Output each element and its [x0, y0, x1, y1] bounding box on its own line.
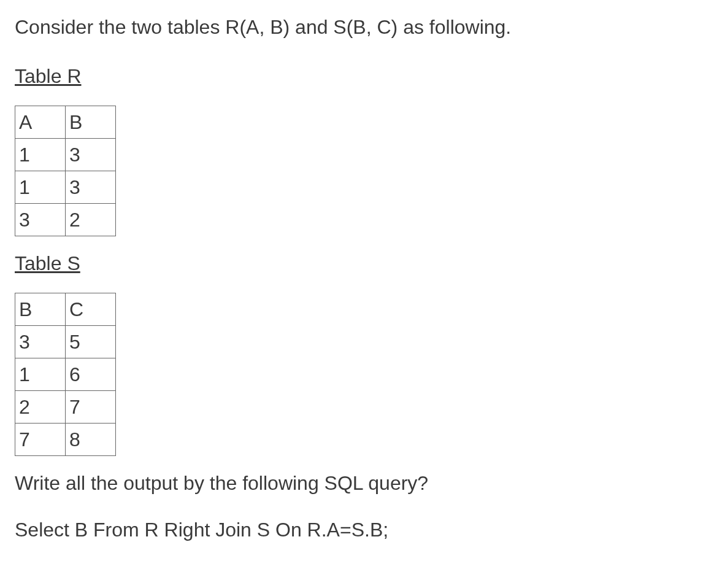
table-row: 7 8 — [15, 424, 116, 456]
table-cell: 3 — [15, 326, 66, 358]
table-header: A — [15, 106, 66, 139]
table-cell: 1 — [15, 171, 66, 204]
table-cell: 3 — [15, 204, 66, 236]
table-cell: 2 — [66, 204, 116, 236]
table-s: B C 3 5 1 6 2 7 7 8 — [15, 293, 116, 456]
table-cell: 8 — [66, 424, 116, 456]
table-cell: 1 — [15, 358, 66, 391]
table-row: 2 7 — [15, 391, 116, 424]
table-row: A B — [15, 106, 116, 139]
table-row: 1 6 — [15, 358, 116, 391]
table-s-heading: Table S — [15, 249, 688, 278]
sql-query: Select B From R Right Join S On R.A=S.B; — [15, 515, 688, 544]
table-r-heading: Table R — [15, 61, 688, 91]
table-cell: 1 — [15, 139, 66, 171]
table-header: C — [66, 293, 116, 326]
table-cell: 2 — [15, 391, 66, 424]
table-row: 3 2 — [15, 204, 116, 236]
table-cell: 3 — [66, 171, 116, 204]
table-row: B C — [15, 293, 116, 326]
table-cell: 7 — [15, 424, 66, 456]
table-row: 3 5 — [15, 326, 116, 358]
table-cell: 5 — [66, 326, 116, 358]
table-r: A B 1 3 1 3 3 2 — [15, 106, 116, 236]
table-row: 1 3 — [15, 139, 116, 171]
table-header: B — [15, 293, 66, 326]
table-header: B — [66, 106, 116, 139]
table-cell: 6 — [66, 358, 116, 391]
table-cell: 7 — [66, 391, 116, 424]
intro-text: Consider the two tables R(A, B) and S(B,… — [15, 12, 688, 42]
question-text: Write all the output by the following SQ… — [15, 468, 688, 498]
table-row: 1 3 — [15, 171, 116, 204]
table-cell: 3 — [66, 139, 116, 171]
